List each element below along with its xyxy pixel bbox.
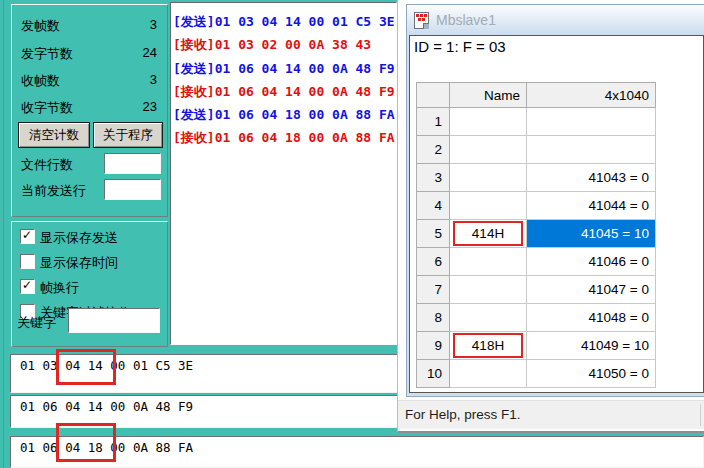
grid-row: 4 41044 = 0 [417,192,656,220]
annotation-box-0414 [56,349,116,385]
log-tag: [发送] [173,107,215,122]
register-value[interactable]: 41047 = 0 [527,276,656,304]
row-number[interactable]: 9 [417,332,450,360]
name-cell[interactable] [450,192,527,220]
row-number[interactable]: 1 [417,108,450,136]
name-cell[interactable] [450,164,527,192]
register-name: 414H [453,221,523,246]
row-number[interactable]: 6 [417,248,450,276]
grid-row: 8 41048 = 0 [417,304,656,332]
document-icon [414,12,429,29]
stat-value: 3 [150,72,157,87]
name-cell[interactable] [450,136,527,164]
register-value[interactable]: 41049 = 10 [527,332,656,360]
stat-value: 23 [143,99,157,114]
register-value[interactable] [527,136,656,164]
mbslave1-document-window: Mbslave1 ID = 1: F = 03 Name 4x1040 1 2 [406,4,704,397]
grid-header-name[interactable]: Name [450,83,527,108]
log-line: [发送]01 06 04 18 00 0A 88 FA [173,103,396,126]
register-value[interactable]: 41044 = 0 [527,192,656,220]
stat-value: 24 [143,45,157,60]
file-lines-field[interactable] [104,153,161,174]
grid-row: 9 418H 41049 = 10 [417,332,656,360]
stat-sent-frames: 发帧数 3 [21,17,157,33]
modbus-slave-main-window: Mbslave1 ID = 1: F = 03 Name 4x1040 1 2 [397,0,704,433]
annotation-box-0418 [56,423,116,462]
grid-corner-cell[interactable] [417,83,450,108]
log-line: [发送]01 03 04 14 00 01 C5 3E [173,10,396,33]
row-number[interactable]: 5 [417,220,450,248]
register-value[interactable]: 41046 = 0 [527,248,656,276]
checkbox-show-save-time[interactable] [20,254,35,269]
name-cell[interactable] [450,304,527,332]
grid-header-row: Name 4x1040 [417,83,656,108]
keyword-label: 关键字 [17,314,56,332]
checkbox-row-show-save-time: 显示保存时间 [20,253,163,271]
current-send-line-label: 当前发送行 [21,182,86,200]
register-grid: Name 4x1040 1 2 3 41043 = 0 [416,82,656,388]
grid-row: 10 41050 = 0 [417,360,656,388]
clear-count-button[interactable]: 清空计数 [18,122,90,148]
log-line: [接收]01 03 02 00 0A 38 43 [173,33,396,56]
log-line: [接收]01 06 04 14 00 0A 48 F9 [173,80,396,103]
row-number[interactable]: 8 [417,304,450,332]
register-name: 418H [453,333,523,358]
stat-label: 发字节数 [21,46,73,61]
grid-row: 7 41047 = 0 [417,276,656,304]
checkbox-label: 显示保存发送 [40,229,118,247]
mbslave1-client-area: ID = 1: F = 03 Name 4x1040 1 2 [409,35,704,393]
checkbox-show-save-send[interactable] [20,229,35,244]
stat-recv-frames: 收帧数 3 [21,72,157,88]
register-value[interactable] [527,108,656,136]
register-value[interactable]: 41050 = 0 [527,360,656,388]
name-cell[interactable] [450,248,527,276]
mbslave1-title-bar[interactable]: Mbslave1 [407,5,704,35]
slave-id-function-header: ID = 1: F = 03 [410,36,703,82]
grid-row: 1 [417,108,656,136]
log-tag: [发送] [173,14,215,29]
row-number[interactable]: 2 [417,136,450,164]
status-bar: For Help, press F1. [398,400,704,429]
log-bytes: 01 06 04 14 00 0A 48 F9 [215,84,395,99]
current-send-line-field[interactable] [104,179,161,200]
register-value[interactable]: 41043 = 0 [527,164,656,192]
stat-label: 发帧数 [21,18,60,33]
row-number[interactable]: 10 [417,360,450,388]
log-bytes: 01 06 04 18 00 0A 88 FA [215,130,395,145]
grid-row: 6 41046 = 0 [417,248,656,276]
row-number[interactable]: 4 [417,192,450,220]
checkbox-label: 显示保存时间 [40,254,118,272]
grid-header-address[interactable]: 4x1040 [527,83,656,108]
grid-row: 2 [417,136,656,164]
keyword-field[interactable] [68,308,160,333]
checkbox-frame-newline[interactable] [20,279,35,294]
register-value[interactable]: 41045 = 10 [527,220,656,248]
row-number[interactable]: 3 [417,164,450,192]
log-tag: [发送] [173,61,215,76]
file-lines-label: 文件行数 [21,156,73,174]
log-tag: [接收] [173,37,215,52]
window-left-edge [3,0,4,468]
filter-group: 显示保存发送 显示保存时间 帧换行 关键字过滤接收 关键字 [11,221,168,347]
name-cell[interactable] [450,108,527,136]
stat-label: 收字节数 [21,100,73,115]
about-program-button[interactable]: 关于程序 [93,122,163,148]
grid-row: 3 41043 = 0 [417,164,656,192]
log-tag: [接收] [173,84,215,99]
name-cell[interactable] [450,276,527,304]
name-cell[interactable]: 418H [450,332,527,360]
log-bytes: 01 06 04 18 00 0A 88 FA [215,107,395,122]
comm-log-panel[interactable]: [发送]01 03 04 14 00 01 C5 3E [接收]01 03 02… [170,2,397,345]
row-number[interactable]: 7 [417,276,450,304]
stat-recv-bytes: 收字节数 23 [21,99,157,115]
name-cell[interactable] [450,360,527,388]
log-bytes: 01 03 04 14 00 01 C5 3E [215,14,395,29]
stat-sent-bytes: 发字节数 24 [21,45,157,61]
register-value[interactable]: 41048 = 0 [527,304,656,332]
log-bytes: 01 06 04 14 00 0A 48 F9 [215,61,395,76]
checkbox-label: 帧换行 [40,279,79,297]
log-line: [发送]01 06 04 14 00 0A 48 F9 [173,57,396,80]
log-bytes: 01 03 02 00 0A 38 43 [215,37,372,52]
stat-label: 收帧数 [21,73,60,88]
name-cell[interactable]: 414H [450,220,527,248]
